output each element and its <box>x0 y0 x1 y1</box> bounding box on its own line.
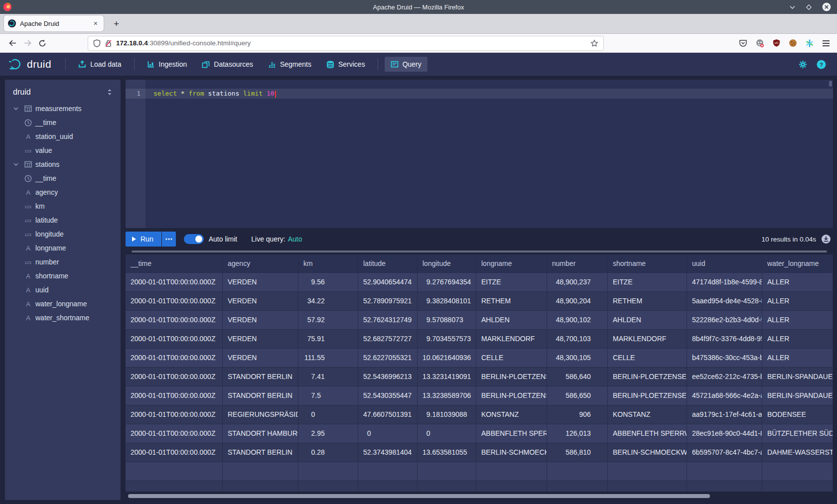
cell-km[interactable]: 9.56 <box>298 273 358 291</box>
sidebar-column-value[interactable]: 123value <box>5 143 121 157</box>
cell-latitude[interactable]: 52.3743981404 <box>358 443 418 462</box>
help-icon[interactable]: ? <box>817 60 826 69</box>
run-button[interactable]: Run <box>126 232 161 247</box>
sidebar-column-number[interactable]: 123number <box>5 255 121 269</box>
cell-uuid[interactable]: aa9179c1-17ef-4c61-a48 <box>687 405 762 424</box>
druid-wordmark[interactable]: druid <box>27 58 51 70</box>
cell-longname[interactable]: KONSTANZ <box>476 405 547 424</box>
cell-longitude[interactable]: 13.3238589706 <box>418 386 476 405</box>
sidebar-column-__time[interactable]: __time <box>5 171 121 185</box>
run-more-options-button[interactable] <box>162 232 176 247</box>
cell-longitude[interactable]: 9.2767694354 <box>418 273 476 291</box>
cell-longname[interactable]: BERLIN-PLOETZENSEE C <box>476 368 547 386</box>
window-minimize-chevron-icon[interactable] <box>789 4 796 10</box>
sidebar-column-water_shortname[interactable]: Awater_shortname <box>5 311 121 325</box>
cell-km[interactable]: 111.55 <box>298 349 358 367</box>
cell-latitude[interactable]: 52.7624312749 <box>358 311 418 329</box>
sidebar-table-measurements[interactable]: measurements <box>5 102 121 116</box>
cell-water_longname[interactable]: BERLIN-SPANDAUER-S <box>762 386 833 405</box>
url-bar[interactable]: 172.18.0.4:30899/unified-console.html#qu… <box>88 36 604 51</box>
sql-editor[interactable]: 1 select * from stations limit 10 <box>126 80 833 228</box>
cell-shortname[interactable]: BERLIN-SCHMOECKWITZ <box>608 443 687 462</box>
horizontal-scrollbar-thumb[interactable] <box>128 494 710 498</box>
cell-number[interactable]: 586,640 <box>547 368 608 386</box>
cell-__time[interactable]: 2000-01-01T00:00:00.000Z <box>126 443 223 462</box>
sidebar-column-station_uuid[interactable]: Astation_uuid <box>5 129 121 143</box>
column-header-shortname[interactable]: shortname <box>608 254 687 272</box>
cell-uuid[interactable]: ee52ce62-212c-4735-b4 <box>687 368 762 386</box>
window-close-button[interactable] <box>822 2 831 11</box>
cell-longname[interactable]: BERLIN-SCHMOECKWITZ <box>476 443 547 462</box>
download-icon[interactable] <box>821 234 831 244</box>
browser-tab[interactable]: Apache Druid × <box>4 15 104 31</box>
nav-item-load-data[interactable]: Load data <box>72 57 127 72</box>
cell-shortname[interactable]: CELLE <box>608 349 687 367</box>
cell-agency[interactable]: VERDEN <box>223 349 298 367</box>
cell-__time[interactable]: 2000-01-01T00:00:00.000Z <box>126 311 223 329</box>
cell-uuid[interactable]: 28ec91e8-90c0-44d1-8fc <box>687 424 762 443</box>
sidebar-column-water_longname[interactable]: Awater_longname <box>5 297 121 311</box>
cell-__time[interactable]: 2000-01-01T00:00:00.000Z <box>126 424 223 443</box>
sql-text[interactable]: select * from stations limit 10 <box>145 89 833 99</box>
cell-km[interactable]: 0.28 <box>298 443 358 462</box>
cell-number[interactable]: 586,650 <box>547 386 608 405</box>
cell-longitude[interactable]: 13.653581055 <box>418 443 476 462</box>
cell-uuid[interactable]: b475386c-30cc-453a-b3 <box>687 349 762 367</box>
cell-longitude[interactable]: 13.3231419091 <box>418 368 476 386</box>
cell-latitude[interactable]: 52.5430355447 <box>358 386 418 405</box>
cell-number[interactable]: 586,810 <box>547 443 608 462</box>
new-tab-button[interactable]: + <box>111 18 122 29</box>
cell-uuid[interactable]: 8b4f9f7c-3376-4dd8-95c <box>687 330 762 348</box>
cell-shortname[interactable]: EITZE <box>608 273 687 291</box>
bookmark-star-icon[interactable] <box>590 39 598 47</box>
cell-latitude[interactable]: 52.9040654474 <box>358 273 418 291</box>
cell-latitude[interactable]: 0 <box>358 424 418 443</box>
cell-__time[interactable]: 2000-01-01T00:00:00.000Z <box>126 349 223 367</box>
cell-latitude[interactable]: 52.5436996213 <box>358 368 418 386</box>
sidebar-table-stations[interactable]: stations <box>5 157 121 171</box>
cell-km[interactable]: 34.22 <box>298 292 358 310</box>
nav-item-segments[interactable]: Segments <box>262 57 317 72</box>
column-header-latitude[interactable]: latitude <box>358 254 418 272</box>
cell-number[interactable]: 126,013 <box>547 424 608 443</box>
settings-gear-icon[interactable] <box>798 60 808 69</box>
pane-splitter[interactable] <box>132 251 827 252</box>
sort-double-caret-icon[interactable] <box>107 89 113 96</box>
cell-__time[interactable]: 2000-01-01T00:00:00.000Z <box>126 273 223 291</box>
window-restore-icon[interactable] <box>806 4 812 10</box>
cell-longname[interactable]: CELLE <box>476 349 547 367</box>
nav-item-query[interactable]: Query <box>385 57 427 72</box>
cell-agency[interactable]: VERDEN <box>223 292 298 310</box>
sidebar-column-km[interactable]: 123km <box>5 199 121 213</box>
cell-km[interactable]: 75.91 <box>298 330 358 348</box>
column-header-longname[interactable]: longname <box>476 254 547 272</box>
cell-number[interactable]: 906 <box>547 405 608 424</box>
tab-close-icon[interactable]: × <box>92 19 100 27</box>
cell-water_longname[interactable]: DAHME-WASSERSTRAS <box>762 443 833 462</box>
asterisk-extension-icon[interactable] <box>805 39 814 48</box>
column-header-__time[interactable]: __time <box>126 254 223 272</box>
cell-km[interactable]: 7.5 <box>298 386 358 405</box>
back-button[interactable] <box>5 36 20 50</box>
sidebar-column-longname[interactable]: Alongname <box>5 241 121 255</box>
cell-number[interactable]: 48,900,237 <box>547 273 608 291</box>
cell-uuid[interactable]: 45721a68-566c-4e2a-a6 <box>687 386 762 405</box>
cell-longitude[interactable]: 10.0621640936 <box>418 349 476 367</box>
cell-agency[interactable]: VERDEN <box>223 311 298 329</box>
cell-latitude[interactable]: 52.6827572727 <box>358 330 418 348</box>
cell-km[interactable]: 7.41 <box>298 368 358 386</box>
cell-agency[interactable]: STANDORT BERLIN <box>223 443 298 462</box>
cell-latitude[interactable]: 52.6227055321 <box>358 349 418 367</box>
ublock-origin-icon[interactable]: uO <box>772 39 781 47</box>
cell-agency[interactable]: STANDORT BERLIN <box>223 368 298 386</box>
cell-longname[interactable]: MARKLENDORF <box>476 330 547 348</box>
cell-shortname[interactable]: RETHEM <box>608 292 687 310</box>
cell-longitude[interactable]: 9.3828408101 <box>418 292 476 310</box>
live-query-value[interactable]: Auto <box>288 235 302 243</box>
cell-longitude[interactable]: 9.181039088 <box>418 405 476 424</box>
cell-uuid[interactable]: 6b595707-8c47-4bc7-a8 <box>687 443 762 462</box>
cell-shortname[interactable]: ABBENFLETH SPERRWER <box>608 424 687 443</box>
cookie-extension-icon[interactable] <box>789 39 797 47</box>
cell-water_longname[interactable]: ALLER <box>762 273 833 291</box>
insecure-lock-icon[interactable] <box>105 39 112 47</box>
